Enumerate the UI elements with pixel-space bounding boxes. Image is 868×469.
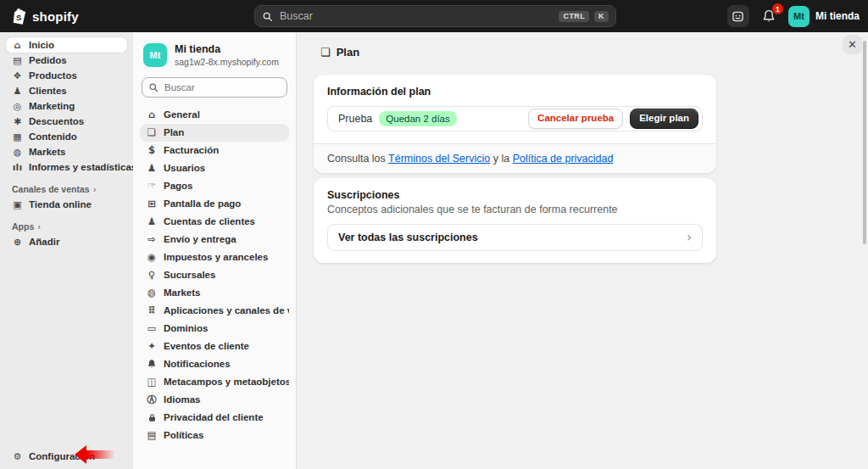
- chevron-right-icon: ›: [93, 184, 97, 194]
- card-title: Información del plan: [327, 86, 703, 98]
- settings-item-facturacion[interactable]: $ Facturación: [140, 142, 289, 159]
- chevron-right-icon: ›: [37, 221, 41, 232]
- sidebar-item-marketing[interactable]: ◎ Marketing: [6, 98, 127, 114]
- store-menu[interactable]: Mt Mi tienda: [788, 6, 860, 27]
- store-domain: sag1w2-8x.myshopify.com: [175, 57, 279, 68]
- settings-item-politicas[interactable]: ▤ Políticas: [140, 427, 289, 444]
- sidebar-item-anadir[interactable]: ⊕ Añadir: [6, 234, 127, 249]
- lock-icon: [146, 413, 158, 422]
- sidebar-item-markets[interactable]: ◍ Markets: [6, 144, 127, 159]
- customer-events-icon: ✦: [146, 342, 158, 352]
- settings-item-idiomas[interactable]: Ⓐ Idiomas: [140, 391, 289, 409]
- users-icon: ♟: [146, 164, 158, 174]
- settings-item-label: Cuentas de clientes: [164, 216, 255, 226]
- sidebar-item-productos[interactable]: ❖ Productos: [6, 68, 127, 83]
- scrollbar[interactable]: [863, 41, 866, 244]
- row-label: Ver todas las suscripciones: [338, 232, 478, 243]
- settings-item-impuestos[interactable]: ◉ Impuestos y aranceles: [140, 248, 289, 266]
- sidebar-item-clientes[interactable]: ♟ Clientes: [6, 83, 127, 98]
- online-store-icon: ▣: [12, 200, 23, 209]
- billing-icon: $: [146, 146, 158, 156]
- shopify-admin: S shopify CTRL K: [0, 0, 868, 469]
- terms-of-service-link[interactable]: Términos del Servicio: [388, 153, 490, 165]
- discounts-icon: ✱: [12, 117, 23, 126]
- sidebar-item-contenido[interactable]: ▦ Contenido: [6, 129, 127, 144]
- plan-icon: ❏: [146, 128, 158, 138]
- settings-item-label: Privacidad del cliente: [164, 412, 264, 422]
- settings-item-plan[interactable]: ❏ Plan: [140, 124, 289, 142]
- products-tag-icon: ❖: [12, 71, 23, 81]
- close-settings-button[interactable]: ✕: [843, 35, 862, 54]
- shopify-logo[interactable]: S shopify: [12, 0, 79, 32]
- globe-icon: ◍: [12, 148, 23, 157]
- chat-icon: [732, 10, 744, 23]
- settings-search-input[interactable]: [163, 81, 281, 93]
- assistant-chat-button[interactable]: [727, 5, 749, 27]
- languages-icon: Ⓐ: [146, 395, 158, 405]
- sidebar-item-label: Configuración: [29, 451, 95, 461]
- settings-item-metacampos[interactable]: ◫ Metacampos y metaobjetos: [140, 373, 289, 391]
- trial-days-badge: Quedan 2 días: [379, 111, 456, 127]
- view-all-subscriptions-row[interactable]: Ver todas las suscripciones ›: [327, 224, 703, 251]
- chevron-right-icon: ›: [687, 230, 692, 245]
- admin-sidebar: ⌂ Inicio ▤ Pedidos ❖ Productos ♟ Cliente…: [0, 32, 133, 469]
- settings-item-pantalla-de-pago[interactable]: ⊞ Pantalla de pago: [140, 195, 289, 213]
- settings-store-header: Mt Mi tienda sag1w2-8x.myshopify.com: [133, 32, 296, 77]
- cancel-trial-button[interactable]: Cancelar prueba: [528, 109, 623, 129]
- choose-plan-button[interactable]: Elegir plan: [630, 109, 698, 129]
- sidebar-item-inicio[interactable]: ⌂ Inicio: [6, 37, 127, 53]
- settings-item-dominios[interactable]: ▭ Dominios: [140, 320, 289, 338]
- bar-chart-icon: ılı: [12, 163, 23, 172]
- sales-channels-header[interactable]: Canales de ventas ›: [0, 181, 133, 197]
- page-title-label: Plan: [337, 46, 359, 59]
- sidebar-item-label: Informes y estadísticas: [29, 162, 136, 172]
- privacy-policy-link[interactable]: Política de privacidad: [513, 153, 614, 165]
- cart-icon: ⊞: [146, 199, 158, 209]
- sidebar-item-tienda-online[interactable]: ▣ Tienda online: [6, 197, 127, 212]
- notifications-button[interactable]: 1: [758, 5, 780, 27]
- settings-item-label: Markets: [164, 288, 200, 298]
- settings-item-general[interactable]: ⌂ General: [140, 106, 289, 124]
- search-input[interactable]: [278, 9, 554, 23]
- customers-icon: ♟: [12, 87, 23, 96]
- settings-item-pagos[interactable]: ☞ Pagos: [140, 177, 289, 195]
- orders-icon: ▤: [12, 56, 23, 65]
- settings-item-markets[interactable]: ◍ Markets: [140, 284, 289, 302]
- settings-item-cuentas-de-clientes[interactable]: ♟ Cuentas de clientes: [140, 213, 289, 231]
- location-pin-icon: ♀: [146, 271, 158, 281]
- footer-text: Consulta los: [327, 153, 388, 165]
- settings-item-aplicaciones[interactable]: ⠿ Aplicaciones y canales de ventas: [140, 302, 289, 320]
- settings-item-eventos-de-cliente[interactable]: ✦ Eventos de cliente: [140, 338, 289, 355]
- marketing-target-icon: ◎: [12, 102, 23, 111]
- settings-item-envio-y-entrega[interactable]: ⇨ Envío y entrega: [140, 231, 289, 248]
- settings-content: ❏ Plan ✕ Información del plan Prueba Que…: [297, 32, 868, 469]
- settings-item-privacidad[interactable]: Privacidad del cliente: [140, 409, 289, 427]
- close-icon: ✕: [848, 38, 857, 51]
- settings-item-label: Pantalla de pago: [164, 198, 241, 209]
- sidebar-item-pedidos[interactable]: ▤ Pedidos: [6, 53, 127, 68]
- sidebar-item-configuracion[interactable]: ⚙ Configuración: [6, 448, 127, 465]
- settings-search[interactable]: [142, 77, 287, 98]
- sidebar-item-label: Contenido: [29, 131, 77, 142]
- shopify-bag-icon: S: [12, 8, 28, 25]
- gear-icon: ⚙: [12, 452, 23, 461]
- sidebar-item-label: Clientes: [29, 86, 67, 96]
- settings-item-label: Aplicaciones y canales de ventas: [164, 305, 289, 315]
- sidebar-item-label: Añadir: [29, 237, 59, 247]
- storefront-icon: ⌂: [146, 110, 158, 120]
- settings-item-usuarios[interactable]: ♟ Usuarios: [140, 159, 289, 177]
- store-name: Mi tienda: [175, 43, 279, 57]
- settings-item-notificaciones[interactable]: Notificaciones: [140, 355, 289, 373]
- settings-item-sucursales[interactable]: ♀ Sucursales: [140, 266, 289, 284]
- settings-item-label: Envío y entrega: [164, 234, 236, 244]
- sidebar-item-informes[interactable]: ılı Informes y estadísticas: [6, 159, 127, 175]
- taxes-icon: ◉: [146, 253, 158, 263]
- settings-nav: Mt Mi tienda sag1w2-8x.myshopify.com ⌂ G…: [133, 32, 297, 469]
- notification-count-badge: 1: [772, 3, 783, 14]
- domains-icon: ▭: [146, 324, 158, 334]
- topbar-search[interactable]: CTRL K: [254, 5, 616, 27]
- settings-item-label: Metacampos y metaobjetos: [164, 377, 289, 387]
- apps-header[interactable]: Apps ›: [0, 219, 133, 234]
- sidebar-item-descuentos[interactable]: ✱ Descuentos: [6, 114, 127, 129]
- kbd-k: K: [594, 11, 609, 22]
